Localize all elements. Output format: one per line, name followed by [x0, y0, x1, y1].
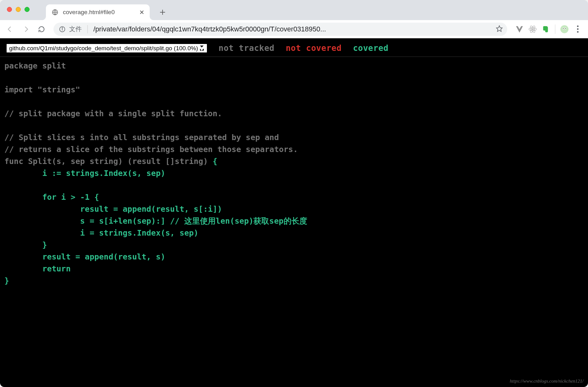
profile-avatar-icon[interactable] — [559, 24, 570, 35]
reload-button[interactable] — [35, 22, 48, 36]
coverage-header: github.com/Q1mi/studygo/code_demo/test_d… — [0, 38, 588, 57]
titlebar: coverage.html#file0 — [0, 0, 588, 20]
coverage-legend: not tracked not covered covered — [219, 43, 388, 53]
url-text: /private/var/folders/04/qgqlc1wn7kq4trtz… — [93, 25, 492, 33]
extensions-separator — [555, 25, 555, 34]
window-minimize-button[interactable] — [16, 7, 21, 12]
svg-point-9 — [560, 25, 569, 33]
toolbar: 文件 /private/var/folders/04/qgqlc1wn7kq4t… — [0, 20, 588, 38]
svg-point-8 — [532, 28, 533, 30]
svg-point-3 — [62, 27, 63, 28]
url-scheme-label: 文件 — [69, 25, 82, 33]
coverage-divider — [0, 57, 588, 57]
window-close-button[interactable] — [7, 7, 12, 12]
menu-button[interactable] — [572, 24, 583, 35]
react-extension-icon[interactable] — [527, 24, 538, 35]
info-icon — [59, 26, 65, 32]
forward-button[interactable] — [19, 22, 33, 36]
source-code: package split import "strings" // split … — [0, 57, 588, 287]
vue-extension-icon[interactable] — [514, 24, 525, 35]
browser-tab[interactable]: coverage.html#file0 — [46, 4, 150, 20]
extensions-row — [514, 24, 583, 35]
svg-marker-4 — [496, 25, 502, 31]
evernote-extension-icon[interactable] — [541, 24, 551, 35]
legend-not-covered: not covered — [286, 43, 342, 53]
watermark-text: https://www.cnblogs.com/nickchen121/ — [510, 379, 584, 384]
window-maximize-button[interactable] — [25, 7, 30, 12]
file-select-dropdown[interactable]: github.com/Q1mi/studygo/code_demo/test_d… — [6, 44, 207, 53]
page-viewport: github.com/Q1mi/studygo/code_demo/test_d… — [0, 38, 588, 387]
svg-point-12 — [563, 28, 563, 29]
tab-close-button[interactable] — [139, 9, 145, 15]
window-controls — [7, 7, 30, 12]
code-covered-brace: { — [213, 157, 217, 166]
new-tab-button[interactable] — [157, 6, 169, 18]
code-covered-body: i := strings.Index(s, sep) for i > -1 { … — [4, 169, 307, 285]
legend-covered: covered — [353, 43, 388, 53]
svg-point-13 — [565, 28, 566, 29]
code-uncovered-head: package split import "strings" // split … — [4, 61, 298, 166]
globe-icon — [52, 9, 58, 16]
omnibox-divider — [87, 25, 88, 33]
tab-title: coverage.html#file0 — [63, 9, 135, 16]
browser-window: coverage.html#file0 — [0, 0, 588, 387]
back-button[interactable] — [3, 22, 17, 36]
address-bar[interactable]: 文件 /private/var/folders/04/qgqlc1wn7kq4t… — [53, 23, 507, 36]
legend-not-tracked: not tracked — [219, 43, 275, 53]
bookmark-star-icon[interactable] — [496, 25, 503, 33]
